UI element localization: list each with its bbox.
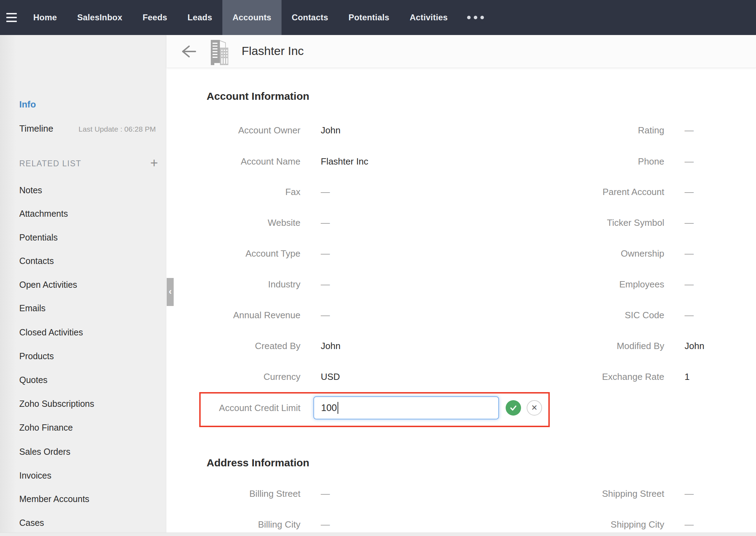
field-row: Account Type — Ownership —	[0, 247, 756, 260]
nav-tabs: Home SalesInbox Feeds Leads Accounts Con…	[23, 0, 493, 35]
top-nav: Home SalesInbox Feeds Leads Accounts Con…	[0, 0, 756, 35]
back-arrow-icon[interactable]	[179, 43, 197, 60]
field-row: Account Name Flashter Inc Phone —	[0, 155, 756, 168]
field-row: Fax — Parent Account —	[0, 186, 756, 198]
field-value[interactable]: —	[685, 216, 751, 229]
field-row: Created By John Modified By John	[0, 340, 756, 352]
field-label: Ticker Symbol	[539, 216, 664, 229]
account-information-title: Account Information	[207, 90, 309, 102]
field-label: Website	[175, 216, 300, 229]
field-label: Ownership	[539, 247, 664, 260]
field-label: Phone	[539, 155, 664, 168]
field-value[interactable]: John	[685, 340, 751, 352]
more-tabs-icon[interactable]	[458, 0, 493, 35]
field-label: Fax	[175, 186, 300, 198]
field-label: Industry	[175, 278, 300, 291]
sidebar-item-potentials[interactable]: Potentials	[19, 231, 58, 243]
field-value[interactable]: —	[685, 309, 751, 321]
nav-tab-salesinbox[interactable]: SalesInbox	[67, 0, 132, 35]
field-value[interactable]: —	[321, 309, 538, 321]
field-row: Billing City — Shipping City —	[0, 518, 756, 531]
nav-tab-home[interactable]: Home	[23, 0, 67, 35]
field-row: Account Owner John Rating —	[0, 124, 756, 137]
field-label: Rating	[539, 124, 664, 137]
nav-tab-accounts[interactable]: Accounts	[222, 0, 282, 35]
text-caret	[338, 402, 338, 414]
sidebar-item-zoho-subscriptions[interactable]: Zoho Subscriptions	[19, 398, 94, 410]
field-row: Currency USD Exchange Rate 1	[0, 370, 756, 383]
field-value[interactable]: 1	[685, 370, 751, 383]
field-row: Website — Ticker Symbol —	[0, 216, 756, 229]
address-information-title: Address Information	[207, 457, 309, 469]
field-value[interactable]: USD	[321, 370, 538, 383]
field-value[interactable]: —	[321, 247, 538, 260]
field-value[interactable]: John	[321, 124, 538, 137]
field-value[interactable]: John	[321, 340, 538, 352]
field-value[interactable]: —	[685, 518, 751, 531]
field-value[interactable]: —	[321, 186, 538, 198]
close-icon: ✕	[531, 403, 537, 412]
nav-tab-activities[interactable]: Activities	[400, 0, 458, 35]
field-label: Modified By	[539, 340, 664, 352]
field-label: Employees	[539, 278, 664, 291]
field-label: Annual Revenue	[175, 309, 300, 321]
nav-tab-feeds[interactable]: Feeds	[132, 0, 177, 35]
field-value[interactable]: —	[685, 278, 751, 291]
field-label: Billing Street	[175, 487, 300, 500]
building-icon	[209, 39, 233, 66]
nav-tab-contacts[interactable]: Contacts	[282, 0, 338, 35]
field-row: Billing Street — Shipping Street —	[0, 487, 756, 500]
sidebar-item-info[interactable]: Info	[19, 98, 36, 110]
chevron-left-icon: ‹	[169, 288, 172, 295]
field-value[interactable]: —	[321, 487, 538, 500]
bottom-edge-strip	[0, 532, 756, 536]
field-label: Exchange Rate	[539, 370, 664, 383]
field-label: Currency	[175, 370, 300, 383]
cancel-edit-button[interactable]: ✕	[527, 400, 542, 416]
field-row: Annual Revenue — SIC Code —	[0, 309, 756, 321]
field-label: Account Owner	[175, 124, 300, 137]
zoho-crm-account-page: Home SalesInbox Feeds Leads Accounts Con…	[0, 0, 756, 536]
nav-tab-leads[interactable]: Leads	[178, 0, 222, 35]
field-label: Shipping Street	[539, 487, 664, 500]
field-value[interactable]: —	[321, 278, 538, 291]
account-credit-limit-input[interactable]: 100	[313, 396, 499, 419]
field-value[interactable]: —	[685, 247, 751, 260]
menu-icon[interactable]	[0, 0, 23, 35]
field-label: Account Type	[175, 247, 300, 260]
sidebar-item-zoho-finance[interactable]: Zoho Finance	[19, 422, 73, 433]
field-value[interactable]: —	[685, 487, 751, 500]
confirm-edit-button[interactable]	[506, 400, 521, 416]
check-icon	[509, 404, 518, 412]
field-label: SIC Code	[539, 309, 664, 321]
account-credit-limit-label: Account Credit Limit	[175, 402, 300, 414]
sidebar-item-sales-orders[interactable]: Sales Orders	[19, 446, 70, 458]
sidebar-item-invoices[interactable]: Invoices	[19, 469, 51, 481]
field-label: Account Name	[175, 155, 300, 168]
field-value[interactable]: Flashter Inc	[321, 155, 538, 168]
sidebar-item-closed-activities[interactable]: Closed Activities	[19, 326, 83, 338]
field-label: Shipping City	[539, 518, 664, 531]
field-value[interactable]: —	[685, 155, 751, 168]
field-label: Created By	[175, 340, 300, 352]
field-row: Industry — Employees —	[0, 278, 756, 291]
field-value[interactable]: —	[321, 518, 538, 531]
record-title: Flashter Inc	[242, 44, 304, 58]
sidebar-collapse-handle[interactable]: ‹	[167, 278, 174, 306]
field-value[interactable]: —	[685, 124, 751, 137]
nav-tab-potentials[interactable]: Potentials	[338, 0, 400, 35]
field-value[interactable]: —	[685, 186, 751, 198]
field-label: Parent Account	[539, 186, 664, 198]
field-label: Billing City	[175, 518, 300, 531]
field-value[interactable]: —	[321, 216, 538, 229]
record-header: Flashter Inc	[167, 35, 756, 68]
input-value: 100	[321, 403, 337, 413]
